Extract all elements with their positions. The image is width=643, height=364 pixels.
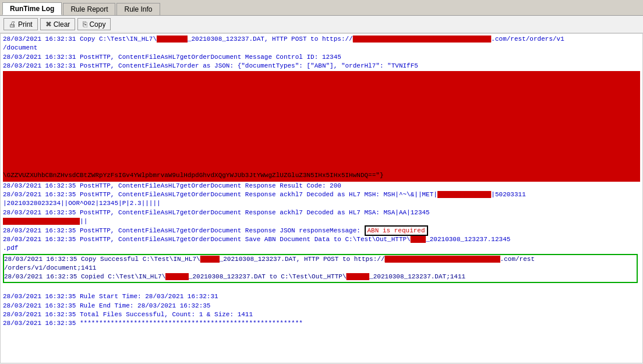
log-line: 28/03/2021 16:32:35 Rule Start Time: 28/… <box>3 293 218 300</box>
print-button[interactable]: 🖨 Print <box>3 18 38 30</box>
tab-rule-info[interactable]: Rule Info <box>116 3 160 15</box>
log-line-red: \GZZVUZXUhbCBnZHvsdCBtZWRpYzFsIGv4YWlpbm… <box>3 171 640 180</box>
log-line: 28/03/2021 16:32:35 Rule End Time: 28/03… <box>3 302 210 309</box>
copy-button[interactable]: ⎘ Copy <box>77 18 111 30</box>
print-icon: 🖨 <box>9 20 16 29</box>
copy-icon: ⎘ <box>83 20 87 29</box>
print-label: Print <box>18 20 33 29</box>
log-line: 28/03/2021 16:32:31 PostHTTP, ContentFil… <box>3 62 418 69</box>
log-line: 28/03/2021 16:32:35 PostHTTP, ContentFil… <box>3 182 341 189</box>
log-line: 28/03/2021 16:32:35 PostHTTP, ContentFil… <box>3 209 430 225</box>
clear-label: Clear <box>54 20 70 29</box>
copy-success-block: 28/03/2021 16:32:35 Copy Successful C:\T… <box>3 254 638 283</box>
log-line: 28/03/2021 16:32:35 PostHTTP, ContentFil… <box>3 191 526 207</box>
tab-runtime-log[interactable]: RunTime Log <box>2 2 62 15</box>
red-block: \GZZVUZXUhbCBnZHvsdCBtZWRpYzFsIGv4YWlpbm… <box>3 71 640 182</box>
log-line: 28/03/2021 16:32:35 Total Files Successf… <box>3 311 253 318</box>
log-container[interactable]: 28/03/2021 16:32:31 Copy C:\Test\IN_HL7\… <box>0 33 643 363</box>
log-line-abn: 28/03/2021 16:32:35 PostHTTP, ContentFil… <box>3 225 428 236</box>
log-wrapper: 28/03/2021 16:32:31 Copy C:\Test\IN_HL7\… <box>0 33 643 363</box>
log-line: 28/03/2021 16:32:35 ********************… <box>3 320 303 327</box>
log-line: 28/03/2021 16:32:35 PostHTTP, ContentFil… <box>3 236 510 252</box>
log-line: 28/03/2021 16:32:31 PostHTTP, ContentFil… <box>3 54 341 61</box>
clear-icon: ✖ <box>45 20 52 29</box>
log-line <box>3 284 7 291</box>
log-line-copy-success: 28/03/2021 16:32:35 Copy Successful C:\T… <box>4 256 535 281</box>
log-line: 28/03/2021 16:32:31 Copy C:\Test\IN_HL7\… <box>3 36 564 51</box>
tab-rule-report[interactable]: Rule Report <box>63 3 115 15</box>
clear-button[interactable]: ✖ Clear <box>40 18 76 30</box>
toolbar: 🖨 Print ✖ Clear ⎘ Copy <box>0 16 643 33</box>
tab-bar: RunTime Log Rule Report Rule Info <box>0 0 643 16</box>
copy-label: Copy <box>89 20 105 29</box>
